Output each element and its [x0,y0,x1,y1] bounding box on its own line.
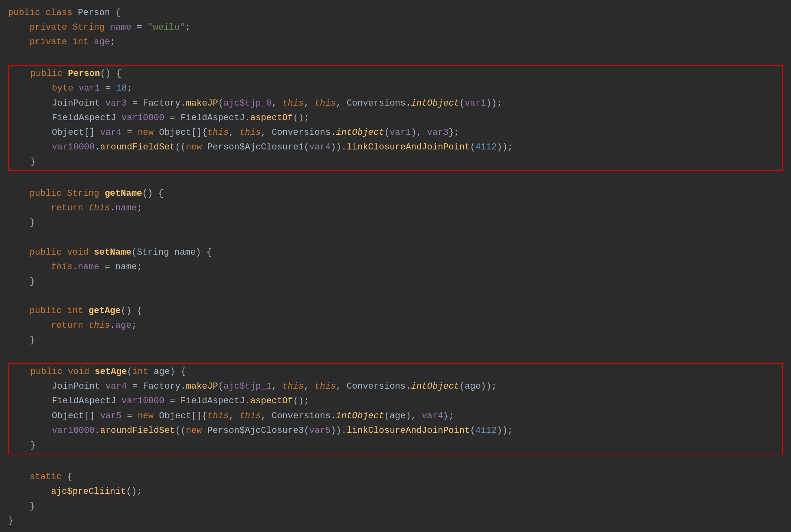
setage-block: public void setAge(int age) { JoinPoint … [8,363,783,454]
line-constructor-5: var10000.aroundFieldSet((new Person$AjcC… [9,140,782,155]
line-getname-close: } [8,216,783,230]
line-setage-1: JoinPoint var4 = Factory.makeJP(ajc$tjp_… [9,379,782,394]
blank-line-2 [8,172,783,186]
line-field1: private String name = "weilu"; [8,20,783,35]
line-setname-body: this.name = name; [8,260,783,275]
line-getage-header: public int getAge() { [8,304,783,318]
line-static-header: static { [8,470,783,484]
line-setname-header: public void setName(String name) { [8,245,783,260]
constructor-block: public Person() { byte var1 = 18; JoinPo… [8,65,783,171]
line-setage-close: } [9,438,782,453]
line-getage-body: return this.age; [8,318,783,333]
blank-line-4 [8,289,783,304]
line-setage-4: var10000.aroundFieldSet((new Person$AjcC… [9,424,782,438]
line-constructor-close: } [9,155,782,169]
line-constructor-header: public Person() { [9,67,782,81]
blank-line-1 [8,50,783,64]
line-constructor-4: Object[] var4 = new Object[]{this, this,… [9,125,782,140]
line-setname-close: } [8,275,783,289]
code-viewer: public class Person { private String nam… [0,4,791,530]
line-setage-3: Object[] var5 = new Object[]{this, this,… [9,409,782,424]
line-static-close: } [8,499,783,514]
line-class-header: public class Person { [8,6,783,20]
blank-line-5 [8,348,783,362]
blank-line-3 [8,230,783,245]
line-constructor-3: FieldAspectJ var10000 = FieldAspectJ.asp… [9,111,782,125]
blank-line-6 [8,455,783,470]
line-getage-close: } [8,333,783,348]
line-getname-body: return this.name; [8,201,783,216]
line-getname-header: public String getName() { [8,186,783,201]
line-static-body: ajc$preCliinit(); [8,484,783,499]
line-constructor-2: JoinPoint var3 = Factory.makeJP(ajc$tjp_… [9,96,782,111]
line-setage-header: public void setAge(int age) { [9,365,782,379]
line-class-close: } [8,514,783,528]
line-constructor-1: byte var1 = 18; [9,81,782,96]
line-setage-2: FieldAspectJ var10000 = FieldAspectJ.asp… [9,394,782,409]
line-field2: private int age; [8,35,783,50]
